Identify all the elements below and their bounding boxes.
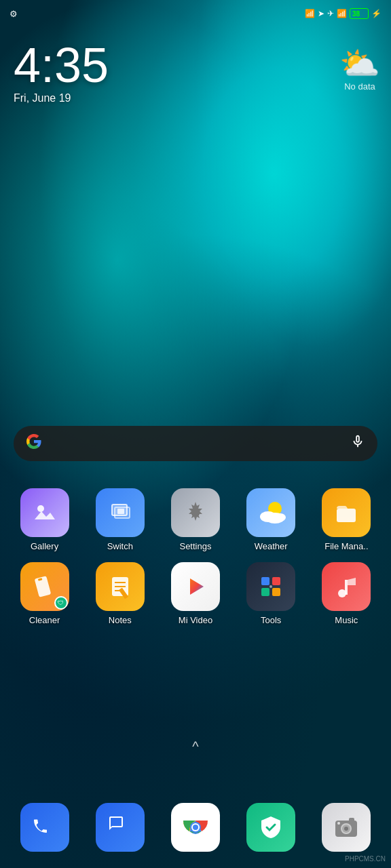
mic-icon[interactable] [350, 434, 365, 453]
status-right: 📶 ➤ ✈ 📶 38 ⚡ [305, 8, 381, 19]
settings-status-icon: ⚙ [10, 9, 18, 19]
svg-marker-17 [190, 578, 204, 595]
dock [7, 797, 384, 857]
svg-rect-9 [337, 509, 356, 522]
watermark: PHPCMS.CN [345, 855, 386, 863]
svg-rect-34 [349, 818, 354, 822]
svg-point-33 [344, 827, 348, 831]
status-bar: ⚙ 📶 ➤ ✈ 📶 38 ⚡ [0, 0, 391, 27]
tools-icon [246, 562, 295, 611]
music-icon [322, 562, 371, 611]
app-settings[interactable]: Settings [162, 488, 229, 551]
svg-point-8 [275, 513, 286, 521]
svg-rect-21 [272, 588, 280, 596]
svg-point-22 [269, 585, 272, 588]
svg-rect-24 [345, 580, 348, 595]
dock-messages[interactable] [96, 803, 145, 852]
google-logo [26, 433, 42, 454]
svg-rect-10 [34, 576, 51, 597]
app-row-1: Gallery Switch Settings [7, 488, 384, 551]
cleaner-label: Cleaner [29, 615, 60, 625]
search-bar[interactable] [14, 426, 377, 461]
svg-rect-3 [117, 509, 124, 514]
clock-widget: 4:35 Fri, June 19 [14, 41, 109, 104]
dock-chrome[interactable] [171, 803, 220, 852]
filemanager-label: File Mana.. [324, 541, 368, 551]
app-gallery[interactable]: Gallery [11, 488, 79, 551]
wifi-icon: 📶 [337, 9, 347, 18]
tools-label: Tools [261, 615, 281, 625]
app-weather[interactable]: Weather [237, 488, 305, 551]
charging-icon: ⚡ [371, 9, 381, 18]
switch-icon [96, 488, 145, 537]
svg-rect-19 [272, 577, 280, 585]
weather-label: Weather [255, 541, 288, 551]
location-icon: ➤ [318, 9, 324, 18]
airplane-icon: ✈ [327, 9, 334, 18]
swipe-indicator[interactable]: ^ [192, 739, 198, 755]
music-label: Music [335, 615, 358, 625]
notes-icon [96, 562, 145, 611]
app-row-2: 🛡 Cleaner Notes [7, 562, 384, 625]
battery-level: 38 [352, 10, 360, 18]
settings-icon [171, 488, 220, 537]
app-mivideo[interactable]: Mi Video [162, 562, 229, 625]
svg-rect-18 [261, 577, 269, 585]
weather-app-icon [246, 488, 295, 537]
mivideo-label: Mi Video [179, 615, 212, 625]
app-filemanager[interactable]: File Mana.. [312, 488, 380, 551]
notes-label: Notes [109, 615, 132, 625]
weather-icon-top: ⛅ [339, 47, 380, 80]
switch-label: Switch [107, 541, 133, 551]
mivideo-icon [171, 562, 220, 611]
weather-no-data: No data [344, 81, 375, 92]
clock-date: Fri, June 19 [14, 92, 109, 104]
clock-time: 4:35 [14, 41, 109, 90]
dock-phone[interactable] [20, 803, 69, 852]
battery-indicator: 38 [350, 8, 369, 19]
settings-label: Settings [179, 541, 211, 551]
gallery-icon [20, 488, 69, 537]
svg-rect-20 [261, 588, 269, 596]
app-music[interactable]: Music [312, 562, 380, 625]
app-grid: Gallery Switch Settings [0, 488, 391, 631]
svg-point-35 [337, 822, 340, 825]
app-switch[interactable]: Switch [86, 488, 154, 551]
filemanager-icon [322, 488, 371, 537]
svg-point-29 [193, 825, 198, 830]
app-notes[interactable]: Notes [86, 562, 154, 625]
sim-icon: 📶 [305, 9, 315, 18]
dock-security[interactable] [246, 803, 295, 852]
weather-widget-top[interactable]: ⛅ No data [339, 47, 380, 92]
svg-point-0 [37, 505, 44, 512]
app-tools[interactable]: Tools [237, 562, 305, 625]
cleaner-icon: 🛡 [20, 562, 69, 611]
gallery-label: Gallery [31, 541, 58, 551]
status-left: ⚙ [10, 9, 18, 19]
dock-camera[interactable] [322, 803, 371, 852]
app-cleaner[interactable]: 🛡 Cleaner [11, 562, 79, 625]
